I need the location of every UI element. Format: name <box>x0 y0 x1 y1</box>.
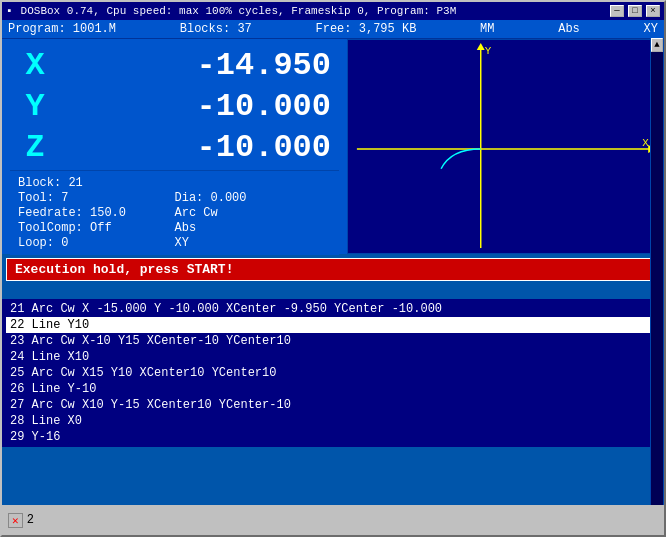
tool-info: Tool: 7 <box>18 191 175 205</box>
titlebar-left: ▪ DOSBox 0.74, Cpu speed: max 100% cycle… <box>6 5 456 17</box>
taskbar-number: 2 <box>27 513 34 527</box>
block-label: Block: <box>18 176 61 190</box>
info-row-feedrate: Feedrate: 150.0 Arc Cw <box>18 206 331 220</box>
graph-svg: Y X <box>348 40 663 253</box>
execution-message: Execution hold, press START! <box>6 258 660 281</box>
titlebar-title: DOSBox 0.74, Cpu speed: max 100% cycles,… <box>21 5 457 17</box>
z-coord-row: Z -10.000 <box>10 129 339 166</box>
dia-value: 0.000 <box>211 191 247 205</box>
loop-value: 0 <box>61 236 68 250</box>
scroll-track[interactable] <box>651 52 663 509</box>
y-value: -10.000 <box>60 88 339 125</box>
plane-xy: XY <box>644 22 658 36</box>
titlebar-right: ─ □ × <box>610 5 660 17</box>
toolcomp-value: Off <box>90 221 112 235</box>
program-name: Program: 1001.M <box>8 22 116 36</box>
close-button[interactable]: × <box>646 5 660 17</box>
dia-label: Dia: <box>175 191 204 205</box>
feedrate-value: 150.0 <box>90 206 126 220</box>
gcode-line: 27 Arc Cw X10 Y-15 XCenter10 YCenter-10 <box>6 397 660 413</box>
gcode-line: 28 Line X0 <box>6 413 660 429</box>
dosbox-inner: Program: 1001.M Blocks: 37 Free: 3,795 K… <box>2 20 664 537</box>
tool-value: 7 <box>61 191 68 205</box>
gcode-line: 24 Line X10 <box>6 349 660 365</box>
windows-taskbar: ✕ 2 <box>2 505 664 535</box>
dia-info: Dia: 0.000 <box>175 191 332 205</box>
gcode-line: 22 Line Y10 <box>6 317 660 333</box>
info-row-loop: Loop: 0 XY <box>18 236 331 250</box>
block-value: 21 <box>68 176 82 190</box>
blocks-count: Blocks: 37 <box>180 22 252 36</box>
gcode-line: 26 Line Y-10 <box>6 381 660 397</box>
toolcomp-info: ToolComp: Off <box>18 221 175 235</box>
svg-text:X: X <box>642 137 649 149</box>
y-label: Y <box>10 88 60 125</box>
abs-label: Abs <box>175 221 197 235</box>
blank-area <box>2 285 664 299</box>
gcode-line: 29 Y-16 <box>6 429 660 445</box>
right-scrollbar[interactable]: ▲ ▼ <box>650 38 664 523</box>
z-value: -10.000 <box>60 129 339 166</box>
info-row-block: Block: 21 <box>18 176 331 190</box>
gcode-line: 23 Arc Cw X-10 Y15 XCenter-10 YCenter10 <box>6 333 660 349</box>
z-label: Z <box>10 129 60 166</box>
minimize-button[interactable]: ─ <box>610 5 624 17</box>
block-info: Block: 21 <box>18 176 188 190</box>
gcode-line: 21 Arc Cw X -15.000 Y -10.000 XCenter -9… <box>6 301 660 317</box>
dosbox-window: ▪ DOSBox 0.74, Cpu speed: max 100% cycle… <box>0 0 666 537</box>
info-row-tool: Tool: 7 Dia: 0.000 <box>18 191 331 205</box>
svg-rect-0 <box>352 40 659 253</box>
feedrate-label: Feedrate: <box>18 206 83 220</box>
xy-info: XY <box>175 236 332 250</box>
loop-label: Loop: <box>18 236 54 250</box>
feedrate-info: Feedrate: 150.0 <box>18 206 175 220</box>
titlebar: ▪ DOSBox 0.74, Cpu speed: max 100% cycle… <box>2 2 664 20</box>
graph-area: Y X <box>347 39 664 254</box>
upper-area: X -14.950 Y -10.000 Z -10.000 <box>2 39 664 254</box>
xy-label: XY <box>175 236 189 250</box>
loop-info: Loop: 0 <box>18 236 175 250</box>
free-space: Free: 3,795 KB <box>316 22 417 36</box>
abs-mode: Abs <box>558 22 580 36</box>
x-value: -14.950 <box>60 47 339 84</box>
taskbar-indicator: ✕ <box>8 513 23 528</box>
abs-info: Abs <box>175 221 332 235</box>
maximize-button[interactable]: □ <box>628 5 642 17</box>
dosbox-icon: ▪ <box>6 5 13 17</box>
svg-text:Y: Y <box>485 45 492 57</box>
program-status: Program: 1001.M Blocks: 37 Free: 3,795 K… <box>2 20 664 39</box>
gcode-line: 25 Arc Cw X15 Y10 XCenter10 YCenter10 <box>6 365 660 381</box>
info-table: Block: 21 Tool: 7 Dia: 0.000 <box>10 170 339 255</box>
x-coord-row: X -14.950 <box>10 47 339 84</box>
coord-panel: X -14.950 Y -10.000 Z -10.000 <box>2 39 347 254</box>
scroll-up-arrow[interactable]: ▲ <box>651 38 663 52</box>
toolcomp-label: ToolComp: <box>18 221 83 235</box>
gcode-list: 21 Arc Cw X -15.000 Y -10.000 XCenter -9… <box>2 299 664 447</box>
arc-info: Arc Cw <box>175 206 332 220</box>
tool-label: Tool: <box>18 191 54 205</box>
info-row-toolcomp: ToolComp: Off Abs <box>18 221 331 235</box>
units-mm: MM <box>480 22 494 36</box>
arc-label: Arc Cw <box>175 206 218 220</box>
y-coord-row: Y -10.000 <box>10 88 339 125</box>
x-label: X <box>10 47 60 84</box>
